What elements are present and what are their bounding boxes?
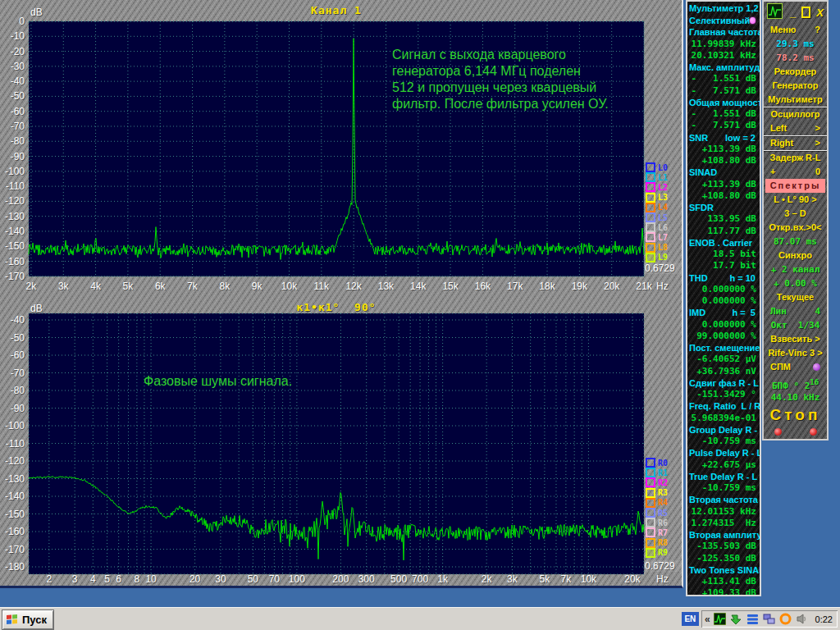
setting-value[interactable]: 87.07 ms <box>764 235 827 249</box>
x-axis-unit-label: Hz <box>656 281 669 292</box>
x-tick-label: 14k <box>404 281 433 292</box>
x-tick-label: 8k <box>210 281 240 292</box>
spectra-button[interactable]: Спектры <box>765 179 825 193</box>
measurement-label: Сдвиг фаз R - L <box>687 377 760 389</box>
status-led-icon[interactable] <box>810 428 817 436</box>
chart-title: Канал 1 <box>29 4 644 16</box>
legend-item-R3[interactable]: R3 <box>646 488 683 498</box>
measurement-value: +113.41 dB <box>687 576 760 587</box>
maximize-button[interactable] <box>801 7 810 18</box>
trace-mode-button[interactable]: L • L° 90 > <box>764 193 827 207</box>
multimeter-button[interactable]: Мультиметр <box>764 93 827 107</box>
measurement-value: 0.000000 % <box>687 319 760 331</box>
legend-item-R5[interactable]: R5 <box>646 508 683 518</box>
chart-bottom-plot[interactable] <box>0 294 683 588</box>
legend-item-L1[interactable]: L1 <box>646 172 683 182</box>
legend-item-L6[interactable]: L6 <box>646 222 683 232</box>
setting-value[interactable]: Окт 1/34 <box>764 318 827 332</box>
status-led-icon[interactable] <box>774 428 782 436</box>
legend-item-L7[interactable]: L7 <box>646 232 683 242</box>
open-input-button[interactable]: Откр.вх.>0< <box>764 221 827 235</box>
legend-item-L2[interactable]: L2 <box>646 182 683 192</box>
x-tick-label: 20k <box>618 573 647 585</box>
lin-setting[interactable]: Лин4 <box>764 304 827 318</box>
legend-item-L0[interactable]: L0 <box>646 162 683 172</box>
delay-value[interactable]: +0 <box>764 165 827 179</box>
x-tick-label: 12k <box>339 281 368 292</box>
fft-size-setting[interactable]: БПФ ° 216 <box>764 374 827 390</box>
legend-item-label: R9 <box>658 548 668 557</box>
measurement-value: 117.77 dB <box>687 226 760 237</box>
legend-item-R1[interactable]: R1 <box>646 468 683 477</box>
setting-value[interactable]: + 2 канал <box>764 262 827 276</box>
threed-button[interactable]: 3 – D <box>764 207 827 221</box>
measurement-label: SINAD <box>687 167 760 178</box>
setting-value[interactable]: 44.10 kHz <box>764 390 827 404</box>
legend-item-L5[interactable]: L5 <box>646 212 683 222</box>
window-function-button[interactable]: Rife-Vinc 3 > <box>764 346 827 360</box>
tray-chevron-icon[interactable]: « <box>705 614 710 625</box>
y-tick-label: -50 <box>0 332 25 344</box>
legend-item-R0[interactable]: R0 <box>646 458 683 468</box>
help-button[interactable]: ? <box>815 23 820 37</box>
legend-item-L8[interactable]: L8 <box>646 243 683 253</box>
measurement-label: Пост. смещение <box>687 342 760 354</box>
measurement-value: 133.95 dB <box>687 213 760 225</box>
current-button[interactable]: Текущее <box>764 290 827 304</box>
delay-rl-button[interactable]: Задерж R-L <box>764 151 827 165</box>
measurement-value: +113.39 dB <box>687 179 760 190</box>
legend-item-L4[interactable]: L4 <box>646 203 683 212</box>
y-tick-label: -160 <box>0 256 25 267</box>
legend-item-R7[interactable]: R7 <box>646 527 683 537</box>
legend-color-box <box>646 212 655 222</box>
volume-tray-icon[interactable] <box>796 613 809 626</box>
legend-item-R4[interactable]: R4 <box>646 498 683 508</box>
legend-color-box <box>646 508 655 518</box>
download-manager-tray-icon[interactable] <box>779 613 792 626</box>
legend-item-label: R2 <box>658 478 668 487</box>
spectralab-tray-icon[interactable] <box>714 613 727 626</box>
menu-button[interactable]: Меню? <box>764 23 827 37</box>
network-tray-icon[interactable] <box>763 613 776 626</box>
start-button[interactable]: Пуск <box>2 609 54 630</box>
stacked-bars-tray-icon[interactable] <box>746 613 760 626</box>
x-tick-label: 21k <box>629 281 659 292</box>
desktop: Канал 1dB0-10-20-30-40-50-60-70-80-90-10… <box>0 0 840 630</box>
legend-color-box <box>646 498 655 508</box>
legend-item-R2[interactable]: R2 <box>646 477 683 487</box>
setting-value[interactable]: + 0.00 % <box>764 276 827 290</box>
measurement-label: Общая мощность <box>687 97 760 108</box>
psd-toggle[interactable]: СПМ <box>764 360 827 374</box>
y-tick-label: -110 <box>0 438 25 450</box>
weighting-button[interactable]: Взвесить > <box>764 332 827 346</box>
legend-item-R6[interactable]: R6 <box>646 518 683 527</box>
right-channel-button[interactable]: Right> <box>764 136 827 151</box>
legend-item-L3[interactable]: L3 <box>646 193 683 203</box>
oscillograph-button[interactable]: Осциллогр <box>764 107 827 121</box>
update-arrow-tray-icon[interactable] <box>730 613 743 626</box>
x-tick-label: 10k <box>274 281 304 292</box>
legend: L0L1L2L3L4L5L6L7L8L9 <box>646 162 683 262</box>
legend-item-L9[interactable]: L9 <box>646 253 683 262</box>
spectralab-app-icon <box>767 3 783 22</box>
close-button[interactable]: X <box>816 7 824 19</box>
y-tick-label: -100 <box>0 420 25 431</box>
language-indicator[interactable]: EN <box>682 612 699 626</box>
chart-top-plot[interactable] <box>0 0 683 294</box>
recorder-button[interactable]: Рекордер <box>764 65 827 79</box>
legend-color-box <box>646 193 655 203</box>
selective-indicator[interactable]: Селективный <box>687 15 760 26</box>
x-tick-label: 300 <box>352 573 381 585</box>
sync-button[interactable]: Синхро <box>764 249 827 262</box>
x-tick-label: 20k <box>597 281 627 292</box>
legend-item-label: R7 <box>658 528 668 537</box>
legend-item-label: R1 <box>658 468 668 477</box>
stop-button[interactable]: Стоп <box>764 404 827 426</box>
measurement-value: +109.33 dB <box>687 587 760 596</box>
legend-item-R9[interactable]: R9 <box>646 548 683 558</box>
left-channel-button[interactable]: Left> <box>764 121 827 136</box>
generator-button[interactable]: Генератор <box>764 79 827 93</box>
legend-item-R8[interactable]: R8 <box>646 538 683 548</box>
minimize-button[interactable]: _ <box>790 7 796 19</box>
y-tick-label: -120 <box>0 455 25 467</box>
